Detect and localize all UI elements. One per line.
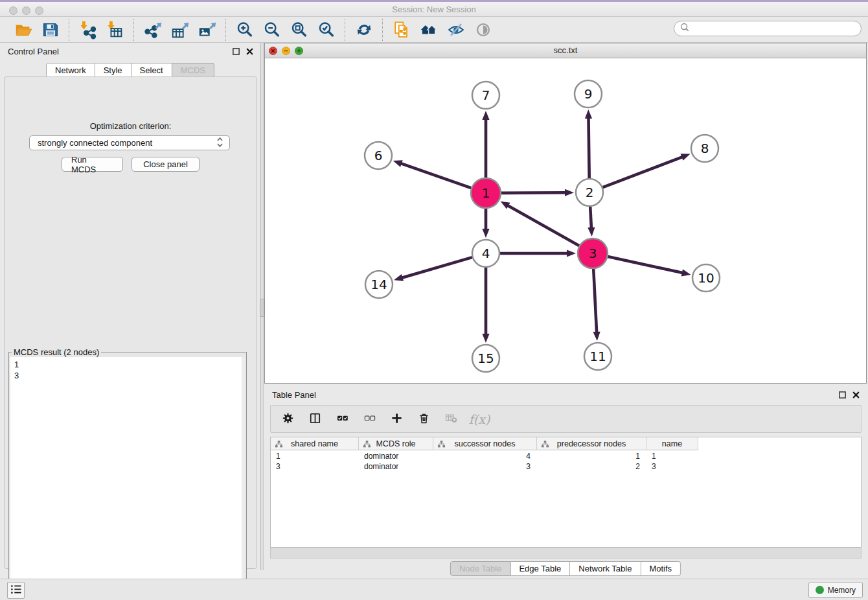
edge-3-10[interactable]: [608, 257, 683, 273]
column-label: shared name: [291, 439, 338, 448]
export-table-icon[interactable]: [170, 19, 190, 40]
graph-node-label: 15: [477, 351, 494, 366]
table-cell: 1: [537, 451, 646, 461]
export-network-icon[interactable]: [143, 19, 163, 40]
search-input[interactable]: [691, 22, 861, 35]
table-cell: 3: [646, 461, 698, 472]
deselect-all-icon[interactable]: [361, 410, 380, 428]
edge-arrowhead: [393, 160, 403, 167]
attribute-type-icon: [541, 440, 549, 450]
import-network-icon[interactable]: [78, 19, 98, 40]
memory-button[interactable]: Memory: [808, 582, 863, 598]
open-folder-icon[interactable]: [13, 19, 34, 40]
graph-node-label: 9: [584, 86, 593, 102]
graph-node-label: 14: [371, 277, 387, 292]
table-row[interactable]: 1dominator411: [271, 451, 698, 461]
search-icon: [680, 22, 691, 36]
network-view-window: scc.txt 7968124314101511: [264, 43, 867, 384]
edge-arrowhead: [482, 334, 489, 343]
table-cell: dominator: [359, 451, 433, 461]
zoom-fit-icon[interactable]: [289, 19, 310, 40]
table-header-row: shared nameMCDS rolesuccessor nodesprede…: [271, 437, 698, 450]
tab-network[interactable]: Network: [46, 63, 95, 78]
edge-1-2[interactable]: [501, 192, 566, 193]
control-panel-title: Control Panel: [8, 47, 59, 56]
delete-icon[interactable]: [416, 410, 434, 428]
vertical-splitter-handle[interactable]: [260, 299, 264, 317]
add-column-icon[interactable]: [389, 410, 407, 428]
dropdown-stepper-icon: [216, 137, 224, 150]
run-mcds-button[interactable]: Run MCDS: [62, 157, 123, 172]
zoom-out-icon[interactable]: [262, 19, 282, 40]
close-panel-icon[interactable]: [246, 47, 254, 58]
search-box[interactable]: [674, 21, 862, 36]
graph-node-label: 2: [586, 185, 594, 200]
column-header-shared-name[interactable]: shared name: [271, 437, 359, 450]
graph-node-label: 8: [701, 141, 709, 156]
tab-node-table[interactable]: Node Table: [450, 561, 511, 576]
export-image-icon[interactable]: [197, 19, 218, 40]
edge-3-11[interactable]: [593, 269, 597, 333]
tab-select[interactable]: Select: [131, 63, 172, 78]
network-graph[interactable]: 7968124314101511: [265, 58, 866, 383]
attribute-type-icon: [363, 440, 371, 450]
mcds-result-text[interactable]: 13: [10, 357, 245, 585]
column-header-successor-nodes[interactable]: successor nodes: [433, 437, 537, 450]
save-disk-icon[interactable]: [40, 19, 61, 40]
edge-arrowhead: [681, 269, 691, 276]
table-row[interactable]: 3dominator323: [271, 461, 698, 472]
mcds-result-line: 3: [14, 370, 245, 381]
edge-arrowhead: [585, 110, 592, 119]
edge-3-1[interactable]: [507, 205, 579, 246]
copy-network-icon[interactable]: [391, 19, 412, 40]
tab-style[interactable]: Style: [95, 63, 131, 78]
columns-icon[interactable]: [307, 410, 325, 428]
column-header-predecessor-nodes[interactable]: predecessor nodes: [537, 437, 646, 450]
close-table-panel-icon[interactable]: [852, 390, 860, 402]
gear-icon[interactable]: [280, 410, 298, 428]
status-bar: Memory: [0, 579, 868, 600]
dropdown-selected-value: strongly connected component: [38, 138, 216, 148]
memory-status-icon: [816, 586, 824, 594]
node-table[interactable]: shared nameMCDS rolesuccessor nodesprede…: [270, 437, 862, 548]
tab-edge-table[interactable]: Edge Table: [510, 561, 570, 576]
task-history-button[interactable]: [7, 582, 25, 599]
mcds-result-scrollbar[interactable]: [242, 357, 245, 585]
edge-arrowhead: [394, 274, 404, 281]
zoom-selected-icon[interactable]: [316, 19, 337, 40]
edge-4-14[interactable]: [402, 257, 472, 278]
tab-network-table[interactable]: Network Table: [570, 561, 641, 576]
table-panel-divider[interactable]: [270, 548, 862, 559]
edge-1-6[interactable]: [400, 163, 471, 188]
float-panel-icon[interactable]: [232, 47, 240, 58]
tab-motifs[interactable]: Motifs: [641, 561, 681, 576]
table-panel-title: Table Panel: [272, 390, 316, 400]
edge-2-9[interactable]: [588, 117, 589, 178]
float-table-panel-icon[interactable]: [838, 390, 847, 402]
select-all-icon[interactable]: [334, 410, 352, 428]
column-header-MCDS-role[interactable]: MCDS role: [359, 437, 433, 450]
close-panel-button[interactable]: Close panel: [131, 157, 200, 172]
home-pair-icon[interactable]: [418, 19, 439, 40]
column-header-name[interactable]: name: [646, 437, 698, 450]
refresh-layout-icon[interactable]: [354, 19, 374, 40]
network-canvas[interactable]: 7968124314101511: [265, 58, 866, 383]
hide-eye-icon[interactable]: [446, 19, 466, 40]
tab-mcds[interactable]: MCDS: [172, 63, 214, 78]
control-panel: Control Panel NetworkStyleSelectMCDS Opt…: [0, 43, 260, 570]
eye-icon: [473, 19, 494, 40]
edge-2-8[interactable]: [603, 157, 683, 187]
zoom-in-icon[interactable]: [234, 19, 255, 40]
network-window-title: scc.txt: [265, 45, 866, 55]
edge-arrowhead: [482, 229, 489, 238]
mcds-result-box: MCDS result (2 nodes) 13: [8, 347, 247, 590]
mcds-result-legend: MCDS result (2 nodes): [12, 347, 101, 357]
list-icon: [10, 583, 22, 598]
import-table-icon[interactable]: [105, 19, 126, 40]
network-window-titlebar[interactable]: scc.txt: [265, 43, 866, 58]
edge-2-3[interactable]: [590, 207, 591, 229]
memory-label: Memory: [828, 586, 856, 595]
table-cell: 2: [537, 461, 646, 472]
optimization-criterion-dropdown[interactable]: strongly connected component: [29, 135, 230, 150]
edge-arrowhead: [501, 202, 510, 209]
